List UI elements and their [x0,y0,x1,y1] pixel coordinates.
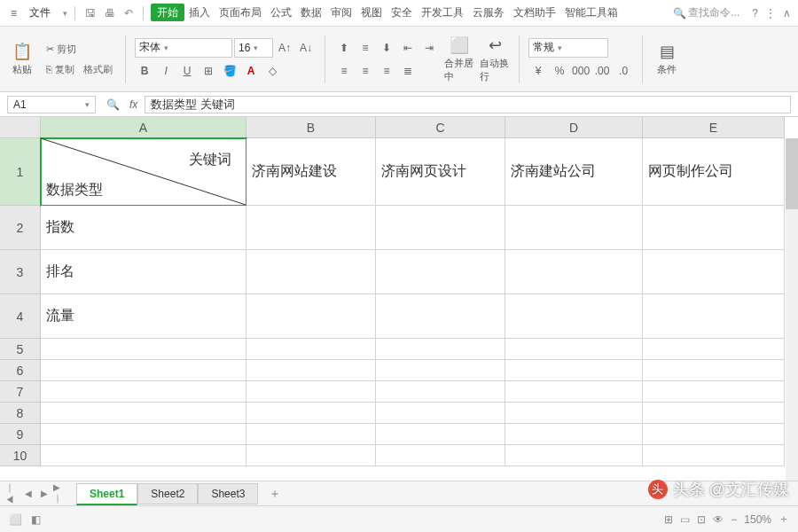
underline-icon[interactable]: U [177,61,197,81]
scrollbar-thumb[interactable] [786,138,798,209]
cell-A3[interactable]: 排名 [41,250,246,294]
menu-tab-审阅[interactable]: 审阅 [326,4,356,21]
decrease-decimal-icon[interactable]: .0 [614,61,633,81]
sheet-prev-icon[interactable]: ◀ [21,487,35,501]
italic-icon[interactable]: I [156,61,176,81]
cell-E1[interactable]: 网页制作公司 [643,138,785,206]
collapse-icon[interactable]: ∧ [783,7,791,20]
row-header-6[interactable]: 6 [0,360,41,381]
row-header-1[interactable]: 1 [0,138,41,206]
menu-tab-安全[interactable]: 安全 [387,4,417,21]
menu-tab-页面布局[interactable]: 页面布局 [215,4,266,21]
row-header-5[interactable]: 5 [0,339,41,360]
more-icon[interactable]: ⋮ [765,7,776,20]
cell-C5[interactable] [376,339,505,360]
col-header-A[interactable]: A [41,117,246,138]
status-icon[interactable]: ◧ [31,513,41,526]
name-box[interactable]: A1▾ [7,96,96,113]
menu-tab-插入[interactable]: 插入 [184,4,215,21]
save-icon[interactable]: 🖫 [82,5,98,21]
cell-A9[interactable] [41,424,246,445]
col-header-B[interactable]: B [246,117,376,138]
cell-B7[interactable] [246,381,376,403]
cell-C6[interactable] [376,360,505,381]
cell-C7[interactable] [376,381,505,403]
menu-tab-开始[interactable]: 开始 [151,4,184,21]
sheet-next-icon[interactable]: ▶ [37,487,51,501]
font-color-icon[interactable]: A [241,61,261,81]
cell-E3[interactable] [643,250,785,294]
command-search[interactable]: 🔍 查找命令... [673,5,739,20]
cell-D6[interactable] [505,360,643,381]
sheet-first-icon[interactable]: ｜◀ [5,487,20,501]
cell-A8[interactable] [41,403,246,424]
cell-B4[interactable] [246,294,376,339]
wrap-button[interactable]: ↩ 自动换行 [480,39,510,80]
cell-E8[interactable] [643,403,785,424]
cell-A10[interactable] [41,445,246,466]
cell-C4[interactable] [376,294,505,339]
zoom-out-icon[interactable]: − [731,513,737,526]
align-left-icon[interactable]: ≡ [334,61,354,81]
merge-button[interactable]: ⬜ 合并居中 [444,39,474,80]
row-header-7[interactable]: 7 [0,381,41,403]
cell-A5[interactable] [41,339,246,360]
align-center-icon[interactable]: ≡ [356,61,375,81]
justify-icon[interactable]: ≣ [398,61,418,81]
row-header-8[interactable]: 8 [0,403,41,424]
view-page-icon[interactable]: ▭ [680,513,690,526]
cell-A6[interactable] [41,360,246,381]
cell-D10[interactable] [505,445,643,466]
cell-A2[interactable]: 指数 [41,206,246,250]
cell-C2[interactable] [376,206,505,250]
cell-B5[interactable] [246,339,376,360]
hamburger-icon[interactable]: ≡ [7,5,20,21]
paste-button[interactable]: 📋 粘贴 [7,39,37,80]
align-middle-icon[interactable]: ≡ [356,38,375,58]
comma-icon[interactable]: 000 [571,61,591,81]
percent-icon[interactable]: % [550,61,569,81]
file-dropdown-icon[interactable]: ▾ [63,9,67,18]
row-header-2[interactable]: 2 [0,206,41,250]
cell-D1[interactable]: 济南建站公司 [505,138,643,206]
cell-C8[interactable] [376,403,505,424]
font-name-combo[interactable]: 宋体▾ [135,38,232,58]
format-painter-button[interactable]: 格式刷 [80,61,116,78]
cell-E6[interactable] [643,360,785,381]
bold-icon[interactable]: B [135,61,154,81]
align-right-icon[interactable]: ≡ [377,61,396,81]
cell-D8[interactable] [505,403,643,424]
cell-B10[interactable] [246,445,376,466]
add-sheet-button[interactable]: ＋ [260,482,290,505]
cell-D7[interactable] [505,381,643,403]
border-icon[interactable]: ⊞ [199,61,218,81]
cell-C10[interactable] [376,445,505,466]
menu-tab-智能工具箱[interactable]: 智能工具箱 [560,4,622,21]
sheet-last-icon[interactable]: ▶｜ [53,487,67,501]
cell-D5[interactable] [505,339,643,360]
formula-input[interactable]: 数据类型 关键词 [145,96,791,113]
sheet-tab-Sheet1[interactable]: Sheet1 [76,483,137,505]
menu-tab-公式[interactable]: 公式 [266,4,296,21]
cell-B2[interactable] [246,206,376,250]
row-header-4[interactable]: 4 [0,294,41,339]
cell-E5[interactable] [643,339,785,360]
cell-E10[interactable] [643,445,785,466]
cell-B8[interactable] [246,403,376,424]
eye-icon[interactable]: 👁 [713,513,724,526]
sheet-tab-Sheet3[interactable]: Sheet3 [198,483,258,505]
font-size-combo[interactable]: 16▾ [234,38,273,58]
help-icon[interactable]: ? [752,7,758,20]
vertical-scrollbar[interactable] [786,138,798,481]
file-menu[interactable]: 文件 [24,4,56,22]
indent-left-icon[interactable]: ⇤ [398,38,418,58]
cell-A4[interactable]: 流量 [41,294,246,339]
menu-tab-云服务[interactable]: 云服务 [468,4,509,21]
cell-C3[interactable] [376,250,505,294]
align-top-icon[interactable]: ⬆ [334,38,354,58]
zoom-icon[interactable]: 🔍 [103,95,122,114]
cell-D9[interactable] [505,424,643,445]
cell-B3[interactable] [246,250,376,294]
cell-C9[interactable] [376,424,505,445]
number-format-combo[interactable]: 常规▾ [528,38,608,58]
